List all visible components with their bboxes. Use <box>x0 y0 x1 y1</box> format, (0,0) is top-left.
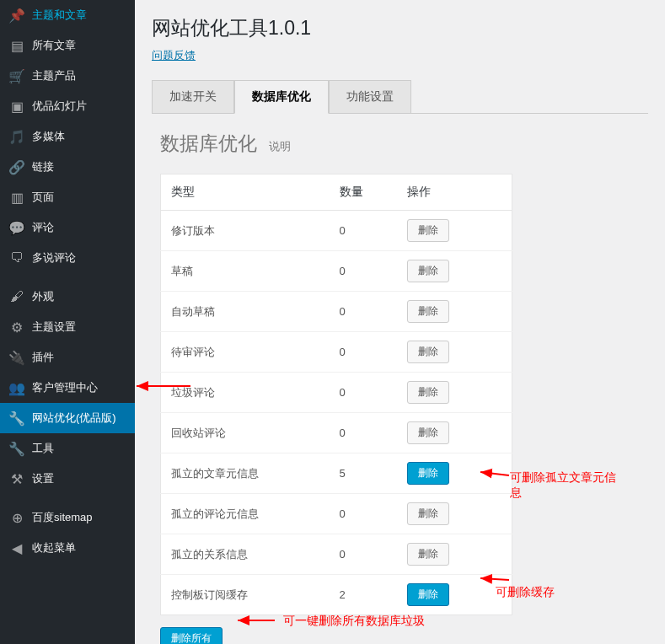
db-optimize-table: 类型 数量 操作 修订版本0删除草稿0删除自动草稿0删除待审评论0删除垃圾评论0… <box>160 174 512 615</box>
delete-button[interactable]: 删除 <box>407 462 449 485</box>
delete-button[interactable]: 删除 <box>407 341 449 363</box>
table-header-type: 类型 <box>161 174 330 211</box>
delete-button[interactable]: 删除 <box>407 502 449 525</box>
sidebar-item-themes-posts[interactable]: 📌主题和文章 <box>0 0 135 30</box>
delete-button[interactable]: 删除 <box>407 543 449 566</box>
page-icon: ▥ <box>8 189 25 206</box>
row-action-cell: 删除 <box>397 453 512 494</box>
delete-button[interactable]: 删除 <box>407 219 449 242</box>
row-action-cell: 删除 <box>397 251 512 292</box>
page-title: 网站优化工具1.0.1 <box>152 0 648 48</box>
row-type: 孤立的关系信息 <box>161 534 330 575</box>
row-action-cell: 删除 <box>397 494 512 534</box>
table-row: 修订版本0删除 <box>161 211 512 251</box>
gear-icon: ⚙ <box>8 319 25 335</box>
delete-button[interactable]: 删除 <box>407 260 449 282</box>
sidebar-item-all-posts[interactable]: ▤所有文章 <box>0 30 135 61</box>
sidebar-item-theme-settings[interactable]: ⚙主题设置 <box>0 312 135 342</box>
brush-icon: 🖌 <box>8 288 25 305</box>
table-row: 垃圾评论0删除 <box>161 373 512 413</box>
sidebar-item-comments[interactable]: 💬评论 <box>0 212 135 243</box>
tab-bar: 加速开关 数据库优化 功能设置 <box>152 80 648 114</box>
section-hint[interactable]: 说明 <box>269 140 291 153</box>
sidebar-item-site-optimize[interactable]: 🔧网站优化(优品版) <box>0 403 135 433</box>
row-type: 垃圾评论 <box>161 373 330 413</box>
wrench-icon: 🔧 <box>8 410 25 427</box>
sidebar-item-links[interactable]: 🔗链接 <box>0 152 135 182</box>
list-icon: ▤ <box>8 37 25 54</box>
sidebar-item-slides[interactable]: ▣优品幻灯片 <box>0 91 135 121</box>
plugin-icon: 🔌 <box>8 349 25 366</box>
pin-icon: 📌 <box>8 7 25 24</box>
table-row: 控制板订阅缓存2删除 <box>161 575 512 615</box>
table-row: 回收站评论0删除 <box>161 413 512 453</box>
table-row: 草稿0删除 <box>161 251 512 292</box>
baidu-icon: ⊕ <box>8 509 25 526</box>
link-icon: 🔗 <box>8 158 25 175</box>
row-action-cell: 删除 <box>397 292 512 332</box>
table-row: 孤立的关系信息0删除 <box>161 534 512 575</box>
row-count: 2 <box>330 575 397 615</box>
media-icon: 🎵 <box>8 128 25 145</box>
sidebar-item-customer-center[interactable]: 👥客户管理中心 <box>0 373 135 403</box>
row-type: 草稿 <box>161 251 330 292</box>
sidebar-item-theme-products[interactable]: 🛒主题产品 <box>0 61 135 91</box>
row-action-cell: 删除 <box>397 373 512 413</box>
row-action-cell: 删除 <box>397 413 512 453</box>
delete-button[interactable]: 删除 <box>407 421 449 444</box>
tab-db-optimize[interactable]: 数据库优化 <box>234 80 329 114</box>
comment-icon: 💬 <box>8 219 25 236</box>
row-count: 0 <box>330 373 397 413</box>
row-count: 0 <box>330 332 397 373</box>
sidebar-item-media[interactable]: 🎵多媒体 <box>0 121 135 152</box>
sidebar-item-settings[interactable]: ⚒设置 <box>0 464 135 494</box>
sidebar-item-baidu-sitemap[interactable]: ⊕百度sitemap <box>0 502 135 533</box>
sidebar-item-appearance[interactable]: 🖌外观 <box>0 282 135 312</box>
row-type: 回收站评论 <box>161 413 330 453</box>
table-row: 自动草稿0删除 <box>161 292 512 332</box>
row-type: 控制板订阅缓存 <box>161 575 330 615</box>
row-type: 待审评论 <box>161 332 330 373</box>
table-row: 孤立的文章元信息5删除 <box>161 453 512 494</box>
sidebar-item-pages[interactable]: ▥页面 <box>0 182 135 212</box>
slide-icon: ▣ <box>8 98 25 115</box>
sidebar-item-plugins[interactable]: 🔌插件 <box>0 342 135 373</box>
row-action-cell: 删除 <box>397 332 512 373</box>
sliders-icon: ⚒ <box>8 470 25 487</box>
sidebar-item-tools[interactable]: 🔧工具 <box>0 433 135 464</box>
chat-icon: 🗨 <box>8 250 25 266</box>
row-count: 0 <box>330 211 397 251</box>
row-type: 修订版本 <box>161 211 330 251</box>
table-header-action: 操作 <box>397 174 512 211</box>
cart-icon: 🛒 <box>8 67 25 84</box>
sidebar-item-collapse[interactable]: ◀收起菜单 <box>0 533 135 563</box>
table-header-count: 数量 <box>330 174 397 211</box>
admin-sidebar: 📌主题和文章 ▤所有文章 🛒主题产品 ▣优品幻灯片 🎵多媒体 🔗链接 ▥页面 💬… <box>0 0 135 644</box>
collapse-icon: ◀ <box>8 539 25 556</box>
row-type: 自动草稿 <box>161 292 330 332</box>
feedback-link[interactable]: 问题反馈 <box>152 48 196 63</box>
table-row: 待审评论0删除 <box>161 332 512 373</box>
wrench2-icon: 🔧 <box>8 440 25 457</box>
row-count: 0 <box>330 413 397 453</box>
row-count: 0 <box>330 251 397 292</box>
row-action-cell: 删除 <box>397 575 512 615</box>
tab-function-settings[interactable]: 功能设置 <box>329 80 411 114</box>
delete-button[interactable]: 删除 <box>407 381 449 404</box>
main-content: 网站优化工具1.0.1 问题反馈 加速开关 数据库优化 功能设置 数据库优化 说… <box>135 0 665 644</box>
delete-button[interactable]: 删除 <box>407 583 449 606</box>
row-action-cell: 删除 <box>397 534 512 575</box>
delete-button[interactable]: 删除 <box>407 300 449 323</box>
row-count: 0 <box>330 292 397 332</box>
row-type: 孤立的评论元信息 <box>161 494 330 534</box>
row-count: 5 <box>330 453 397 494</box>
section-title: 数据库优化 说明 <box>160 131 648 157</box>
sidebar-item-duoshuo[interactable]: 🗨多说评论 <box>0 243 135 273</box>
row-action-cell: 删除 <box>397 211 512 251</box>
tab-accelerate[interactable]: 加速开关 <box>152 80 234 114</box>
users-icon: 👥 <box>8 379 25 396</box>
row-count: 0 <box>330 534 397 575</box>
delete-all-button[interactable]: 删除所有 <box>160 627 223 644</box>
row-count: 0 <box>330 494 397 534</box>
table-row: 孤立的评论元信息0删除 <box>161 494 512 534</box>
